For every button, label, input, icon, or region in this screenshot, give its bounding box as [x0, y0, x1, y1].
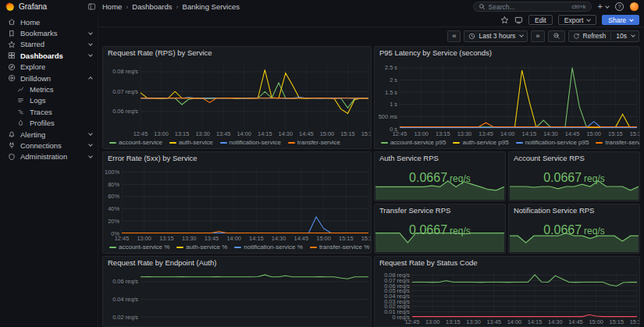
- timeseries-chart[interactable]: 12:4513:0013:1513:3013:4514:0014:1514:30…: [375, 59, 639, 138]
- legend-item[interactable]: transfer-service: [288, 139, 340, 146]
- add-new-button[interactable]: +: [598, 2, 609, 11]
- chevron-down-icon: [629, 17, 634, 22]
- sidebar-item-explore[interactable]: Explore: [5, 62, 94, 73]
- time-controls: « Last 3 hours » Refresh 10s: [98, 27, 644, 44]
- legend-item[interactable]: auth-service: [169, 139, 213, 146]
- sidebar-item-home[interactable]: Home: [5, 16, 94, 27]
- panel-p95-latency: P95 Latency by Service (seconds) 12:4513…: [374, 46, 640, 149]
- search-box[interactable]: ctrl+k: [473, 2, 592, 12]
- edit-button[interactable]: Edit: [528, 15, 553, 25]
- svg-text:13:15: 13:15: [436, 130, 450, 137]
- main: Home Bookmarks Starred Dashboards Explor…: [0, 13, 644, 327]
- legend-item[interactable]: account-service: [109, 139, 162, 146]
- sidebar-item-starred[interactable]: Starred: [5, 39, 94, 50]
- legend-item[interactable]: transfer-service %: [310, 243, 369, 251]
- sidebar-item-traces[interactable]: Traces: [5, 106, 94, 117]
- panel-title[interactable]: P95 Latency by Service (seconds): [375, 47, 639, 59]
- help-icon[interactable]: ?: [615, 2, 624, 11]
- svg-text:14:30: 14:30: [279, 130, 294, 137]
- panel-account-service-rps: Account Service RPS 0.0667req/s: [508, 151, 640, 201]
- panel-notification-service-rps: Notification Service RPS 0.0667req/s: [508, 204, 640, 254]
- metrics-icon: [16, 86, 25, 93]
- timeseries-chart[interactable]: 12:4513:0013:1513:3013:4514:0014:1514:30…: [103, 59, 371, 138]
- panel-title[interactable]: Error Rate (5xx) by Service: [103, 152, 371, 164]
- time-shift-forward-button[interactable]: »: [531, 30, 544, 42]
- user-avatar[interactable]: [630, 2, 639, 11]
- timeseries-chart[interactable]: 12:4513:0013:1513:3013:4514:0014:1514:30…: [375, 268, 639, 326]
- panel-title[interactable]: Notification Service RPS: [509, 204, 639, 216]
- legend-item[interactable]: notification-service %: [234, 243, 303, 251]
- sidebar-item-administration[interactable]: Administration: [5, 151, 94, 162]
- refresh-icon[interactable]: [573, 33, 580, 40]
- sidebar-item-connections[interactable]: Connections: [5, 140, 94, 151]
- svg-text:15:00: 15:00: [320, 130, 335, 137]
- panel-title[interactable]: Request Rate (RPS) by Service: [103, 47, 371, 59]
- timeseries-chart[interactable]: 12:4513:0013:1513:3013:4514:0014:1514:30…: [103, 164, 371, 243]
- legend-item[interactable]: transfer-service p95: [596, 139, 639, 146]
- svg-text:15:15: 15:15: [608, 130, 623, 137]
- sidebar-item-profiles[interactable]: Profiles: [5, 118, 94, 129]
- panel-title[interactable]: Request Rate by Status Code: [375, 257, 639, 268]
- legend-item[interactable]: notification-service p95: [516, 139, 589, 146]
- sidebar-item-drilldown[interactable]: Drilldown: [5, 73, 94, 84]
- time-shift-back-button[interactable]: «: [447, 30, 461, 42]
- search-input[interactable]: [489, 3, 569, 11]
- refresh-label[interactable]: Refresh: [583, 32, 607, 40]
- svg-text:0.08 req/s: 0.08 req/s: [112, 68, 138, 75]
- legend-item[interactable]: auth-service p95: [453, 139, 508, 146]
- panel-title[interactable]: Request Rate by Endpoint (Auth): [103, 257, 371, 268]
- bell-icon: [7, 130, 16, 138]
- svg-text:15:15: 15:15: [340, 130, 355, 137]
- svg-text:100%: 100%: [105, 169, 119, 176]
- sidebar-item-dashboards[interactable]: Dashboards: [5, 50, 94, 61]
- kiosk-mode-icon[interactable]: [514, 16, 523, 24]
- panel-request-rate-by-status-code: Request Rate by Status Code 12:4513:0013…: [374, 256, 640, 327]
- svg-text:14:15: 14:15: [249, 235, 264, 242]
- svg-text:14:15: 14:15: [258, 130, 272, 137]
- svg-text:14:00: 14:00: [507, 318, 522, 325]
- zoom-out-button[interactable]: [548, 30, 565, 42]
- breadcrumb-dashboards[interactable]: Dashboards: [132, 2, 172, 11]
- chart-legend: account-serviceauth-servicenotification-…: [103, 138, 371, 148]
- svg-text:80%: 80%: [108, 181, 119, 188]
- chevron-down-icon[interactable]: [88, 53, 93, 58]
- panel-request-rate-by-service: Request Rate (RPS) by Service 12:4513:00…: [102, 46, 372, 149]
- breadcrumb-home[interactable]: Home: [102, 2, 122, 11]
- dashboard-toolbar: Edit Export Share: [98, 13, 644, 27]
- svg-text:13:30: 13:30: [466, 318, 481, 325]
- export-button[interactable]: Export: [558, 15, 597, 25]
- stat-value: 0.0667req/s: [509, 224, 639, 236]
- compass-icon: [7, 63, 16, 71]
- favorite-star-icon[interactable]: [500, 16, 509, 24]
- sidebar-item-bookmarks[interactable]: Bookmarks: [5, 27, 94, 38]
- panel-title[interactable]: Transfer Service RPS: [375, 204, 505, 216]
- nav-brand[interactable]: Grafana: [5, 2, 96, 12]
- svg-text:14:45: 14:45: [568, 318, 583, 325]
- nav-actions: ctrl+k + ?: [473, 2, 639, 12]
- share-button[interactable]: Share: [602, 15, 639, 25]
- svg-text:13:00: 13:00: [154, 130, 169, 137]
- sidebar-item-alerting[interactable]: Alerting: [5, 129, 94, 140]
- refresh-interval[interactable]: 10s: [616, 32, 627, 40]
- sidebar-item-logs[interactable]: Logs: [5, 95, 94, 106]
- legend-item[interactable]: account-service %: [109, 243, 169, 251]
- grafana-logo-icon: [5, 2, 15, 12]
- search-shortcut: ctrl+k: [571, 3, 585, 10]
- chevron-down-icon[interactable]: [88, 154, 93, 158]
- legend-item[interactable]: account-service p95: [381, 139, 447, 146]
- legend-item[interactable]: notification-service: [220, 139, 281, 146]
- panel-title[interactable]: Account Service RPS: [509, 152, 639, 164]
- sidebar-item-metrics[interactable]: Metrics: [5, 84, 94, 94]
- chevron-down-icon[interactable]: [88, 41, 93, 46]
- chevron-down-icon[interactable]: [88, 30, 93, 35]
- svg-text:13:15: 13:15: [446, 318, 461, 325]
- timeseries-chart[interactable]: 0.02 req/s0.04 req/s0.06 req/s: [103, 268, 371, 326]
- panel-title[interactable]: Auth Service RPS: [375, 152, 505, 164]
- svg-text:14:30: 14:30: [543, 130, 558, 137]
- dock-menu-icon[interactable]: [87, 2, 96, 11]
- time-range-picker[interactable]: Last 3 hours: [464, 30, 528, 42]
- chevron-down-icon[interactable]: [88, 131, 93, 136]
- chevron-up-icon[interactable]: [88, 76, 93, 81]
- legend-item[interactable]: auth-service %: [176, 243, 227, 251]
- chevron-down-icon[interactable]: [88, 143, 93, 148]
